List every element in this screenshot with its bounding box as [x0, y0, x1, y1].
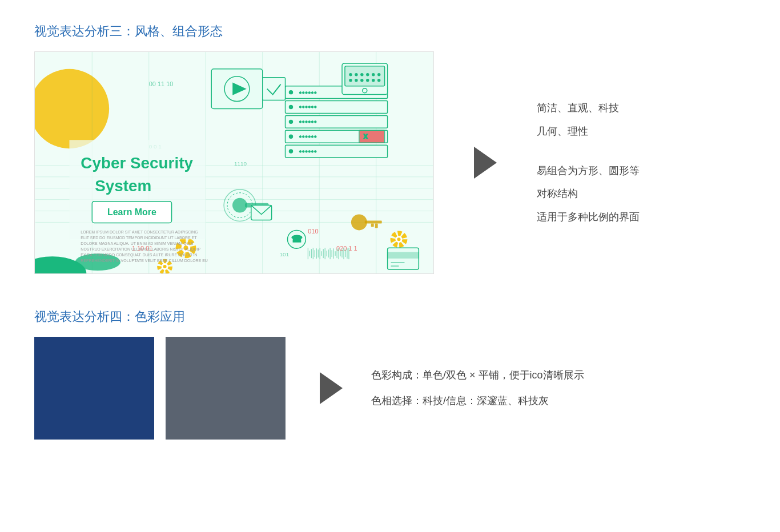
section4-content: 色彩构成：单色/双色 × 平铺，便于ico清晰展示 色相选择：科技/信息：深邃蓝…	[34, 337, 746, 440]
svg-rect-75	[375, 223, 378, 228]
svg-point-69	[397, 237, 401, 241]
svg-point-21	[290, 106, 293, 109]
svg-rect-76	[371, 223, 374, 227]
svg-point-35	[349, 74, 352, 76]
svg-text:1110: 1110	[234, 160, 247, 167]
svg-text:Learn More: Learn More	[107, 207, 156, 217]
cyber-image: * * * * * * * * * * * * * * * * * * * * …	[34, 51, 434, 274]
svg-text:X: X	[364, 133, 368, 140]
svg-rect-107	[388, 252, 419, 258]
section4-title: 视觉表达分析四：色彩应用	[34, 308, 746, 325]
svg-point-23	[290, 135, 293, 138]
svg-text:* * * * * *: * * * * * *	[299, 91, 316, 96]
svg-text:DOLORE MAGNA ALIQUA. UT ENIM A: DOLORE MAGNA ALIQUA. UT ENIM AD MINIM VE…	[81, 241, 193, 246]
svg-text:00 11 10: 00 11 10	[149, 80, 174, 87]
svg-point-72	[163, 265, 167, 268]
swatch-blue	[34, 337, 154, 440]
section3-title: 视觉表达分析三：风格、组合形态	[34, 23, 746, 40]
section4-desc-line-2: 色相选择：科技/信息：深邃蓝、科技灰	[371, 393, 584, 409]
svg-text:* * * * * *: * * * * * *	[299, 135, 316, 140]
svg-point-60	[233, 199, 247, 212]
svg-point-42	[355, 79, 357, 82]
svg-point-38	[367, 74, 369, 76]
svg-text:* * * * * *: * * * * * *	[299, 105, 316, 110]
svg-text:* * * * * *: * * * * * *	[299, 150, 316, 155]
section3-content: * * * * * * * * * * * * * * * * * * * * …	[34, 51, 746, 274]
svg-point-45	[372, 79, 375, 82]
section4: 视觉表达分析四：色彩应用 色彩构成：单色/双色 × 平铺，便于ico清晰展示 色…	[34, 308, 746, 440]
svg-text:* * * * * *: * * * * * *	[299, 120, 316, 125]
svg-text:REPREHENDERIT IN VOLUPTATE VEL: REPREHENDERIT IN VOLUPTATE VELIT ESSE CI…	[81, 259, 207, 263]
desc-line-5: 适用于多种比例的界面	[537, 209, 640, 225]
desc-line-3: 易组合为方形、圆形等	[537, 163, 640, 179]
svg-text:EX EA COMMODO CONSEQUAT. DUIS : EX EA COMMODO CONSEQUAT. DUIS AUTE IRURE…	[81, 253, 197, 257]
svg-point-20	[290, 91, 293, 94]
svg-text:010: 010	[308, 228, 318, 235]
svg-point-73	[351, 215, 367, 231]
svg-point-41	[349, 79, 352, 82]
svg-text:☎: ☎	[291, 234, 303, 244]
svg-point-24	[290, 150, 293, 153]
svg-rect-30	[359, 130, 385, 143]
svg-point-46	[378, 79, 380, 82]
svg-rect-74	[365, 220, 382, 223]
svg-point-40	[378, 74, 380, 76]
svg-text:020 1 1: 020 1 1	[336, 245, 357, 252]
section4-desc-line-1: 色彩构成：单色/双色 × 平铺，便于ico清晰展示	[371, 367, 584, 384]
svg-text:ELIT SED DO EIUSMOD TEMPOR INC: ELIT SED DO EIUSMOD TEMPOR INCIDIDUNT UT…	[81, 236, 197, 240]
svg-text:LOREM IPSUM DOLOR SIT AMET CON: LOREM IPSUM DOLOR SIT AMET CONSECTETUR A…	[81, 230, 198, 234]
svg-point-43	[361, 79, 363, 82]
section3-arrow	[474, 147, 497, 179]
svg-text:Cyber Security: Cyber Security	[81, 154, 193, 172]
svg-point-22	[290, 120, 293, 123]
desc-line-4: 对称结构	[537, 186, 640, 202]
desc-line-2: 几何、理性	[537, 123, 640, 140]
svg-point-39	[372, 74, 375, 76]
swatch-gray	[166, 337, 286, 440]
svg-text:NOSTRUD EXERCITATION ULLAMCO L: NOSTRUD EXERCITATION ULLAMCO LABORIS NIS…	[81, 247, 200, 252]
svg-point-36	[355, 74, 357, 76]
svg-text:System: System	[95, 177, 151, 195]
svg-rect-50	[263, 78, 286, 100]
section3: 视觉表达分析三：风格、组合形态	[34, 23, 746, 274]
desc-line-1: 简洁、直观、科技	[537, 100, 640, 116]
svg-point-44	[367, 79, 369, 82]
section4-arrow	[320, 372, 343, 404]
svg-text:101: 101	[280, 251, 290, 257]
svg-point-37	[361, 74, 363, 76]
section3-description: 简洁、直观、科技 几何、理性 易组合为方形、圆形等 对称结构 适用于多种比例的界…	[537, 100, 640, 225]
color-swatches	[34, 337, 286, 440]
section4-description: 色彩构成：单色/双色 × 平铺，便于ico清晰展示 色相选择：科技/信息：深邃蓝…	[371, 367, 584, 409]
